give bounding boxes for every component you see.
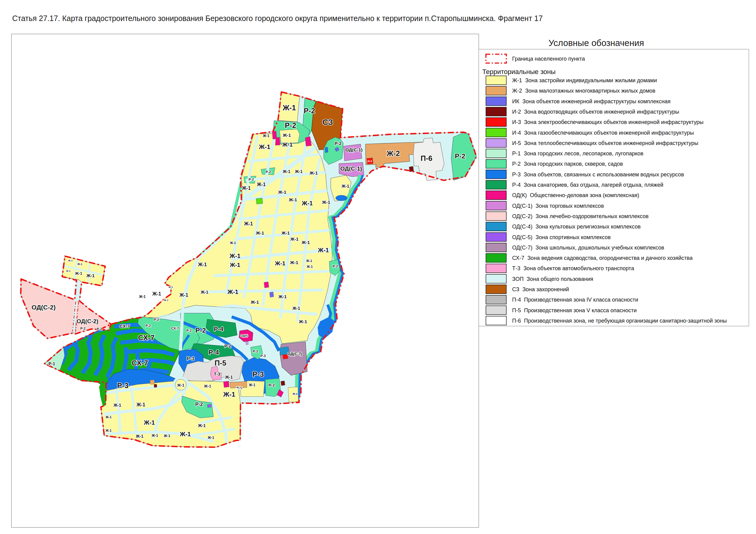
svg-text:ОД(К): ОД(К) — [240, 334, 248, 337]
svg-text:Ж-1: Ж-1 — [144, 419, 155, 426]
svg-text:Ж-1: Ж-1 — [198, 423, 205, 428]
svg-text:Ж-1: Ж-1 — [278, 294, 287, 299]
svg-text:Ж-1: Ж-1 — [66, 269, 71, 272]
svg-text:Р-3: Р-3 — [253, 370, 264, 378]
svg-text:Ж-1: Ж-1 — [306, 259, 312, 263]
svg-text:ОД(С-1): ОД(С-1) — [345, 147, 363, 152]
svg-text:Р-3: Р-3 — [187, 356, 195, 361]
svg-text:Ж-1: Ж-1 — [282, 141, 293, 148]
svg-text:Территориальные зоны: Территориальные зоны — [482, 68, 556, 76]
svg-text:И-5 Зона теплообеспечивающих: И-5 Зона теплообеспечивающих объектов ин… — [512, 140, 698, 146]
svg-text:Ж-1: Ж-1 — [256, 230, 264, 236]
svg-text:Ж-1: Ж-1 — [262, 134, 269, 138]
svg-text:Р-2: Р-2 — [335, 141, 341, 146]
svg-text:Ж-1: Ж-1 — [299, 319, 307, 324]
svg-text:И-2 Зона водоотводящих объект: И-2 Зона водоотводящих объектов инженерн… — [512, 109, 679, 115]
svg-text:Ж-1: Ж-1 — [68, 259, 73, 262]
svg-text:Ж-1: Ж-1 — [290, 260, 298, 265]
svg-text:И-4 Зона газообеспечивающих о: И-4 Зона газообеспечивающих объектов инж… — [512, 130, 694, 136]
svg-text:Р-3: Р-3 — [260, 354, 265, 358]
svg-text:Ж-1: Ж-1 — [179, 292, 188, 298]
svg-text:И-3 Зона электрообеспечивающи: И-3 Зона электрообеспечивающих объектов … — [512, 119, 704, 125]
svg-text:Ж-1: Ж-1 — [302, 200, 313, 207]
svg-text:Ж-1: Ж-1 — [86, 273, 95, 278]
svg-text:Ж-1: Ж-1 — [225, 375, 232, 380]
svg-text:Р-2: Р-2 — [333, 265, 338, 268]
svg-text:Условные обозначения: Условные обозначения — [549, 38, 644, 48]
svg-text:ОД(С-2): ОД(С-2) — [32, 304, 56, 311]
svg-text:Ж-1: Ж-1 — [292, 306, 300, 311]
svg-text:СХ-7: СХ-7 — [132, 359, 148, 367]
svg-text:ОД(С-7): ОД(С-7) — [287, 351, 302, 356]
svg-text:Р-2 Зона городских парков, ск: Р-2 Зона городских парков, скверов, садо… — [512, 161, 623, 167]
svg-text:Ж-1: Ж-1 — [229, 253, 240, 259]
svg-text:Ж-1: Ж-1 — [105, 429, 112, 432]
svg-text:Р-2: Р-2 — [146, 324, 150, 327]
svg-text:Ж-1: Ж-1 — [223, 391, 235, 398]
svg-text:Ж-1: Ж-1 — [283, 133, 291, 138]
svg-text:ОД(К) Общественно-деловая зон: ОД(К) Общественно-деловая зона (комплекс… — [512, 192, 639, 198]
svg-text:Ж-1: Ж-1 — [306, 265, 313, 268]
svg-text:Ж-1: Ж-1 — [207, 436, 214, 440]
svg-text:Ж-1: Ж-1 — [200, 290, 208, 294]
svg-text:ОД(С-4) Зона культовых религи: ОД(С-4) Зона культовых религиозных компл… — [512, 224, 640, 230]
svg-text:Ж-1: Ж-1 — [257, 182, 266, 187]
svg-text:Ж-1: Ж-1 — [113, 403, 121, 408]
svg-text:Р-4 Зона санаториев, баз отды: Р-4 Зона санаториев, баз отдыха, лагерей… — [512, 182, 663, 188]
svg-text:П-5: П-5 — [215, 359, 227, 367]
svg-text:ОД(С-7) Зона школьных, дошкол: ОД(С-7) Зона школьных, дошкольных учебны… — [512, 244, 664, 251]
svg-text:СХ-7: СХ-7 — [171, 327, 179, 330]
svg-text:Ж-1: Ж-1 — [77, 263, 82, 266]
svg-text:Р-2: Р-2 — [186, 329, 191, 332]
svg-text:Р-2: Р-2 — [269, 383, 275, 388]
svg-text:СХ-7: СХ-7 — [138, 334, 154, 342]
svg-text:Ж-1: Ж-1 — [203, 384, 211, 388]
svg-text:Ж-1: Ж-1 — [177, 383, 184, 388]
svg-text:Ж-1: Ж-1 — [139, 294, 146, 299]
svg-text:Ж-1: Ж-1 — [152, 291, 161, 296]
svg-text:Р-2: Р-2 — [195, 402, 203, 407]
svg-text:Р-2: Р-2 — [224, 343, 231, 348]
svg-text:Ж-1: Ж-1 — [164, 299, 169, 302]
svg-text:Ж-1: Ж-1 — [289, 197, 297, 202]
svg-text:П-6: П-6 — [421, 154, 433, 162]
svg-text:Ж-1: Ж-1 — [163, 434, 171, 438]
svg-text:Ж-1: Ж-1 — [249, 383, 256, 387]
svg-text:Р-2: Р-2 — [96, 327, 102, 331]
svg-text:Ж-1: Ж-1 — [236, 386, 241, 389]
svg-text:Р-2: Р-2 — [249, 178, 254, 181]
svg-text:Ж-2: Ж-2 — [386, 149, 400, 158]
svg-text:Ж-1: Ж-1 — [230, 241, 236, 244]
svg-text:ОД(С-5) Зона спортивных компл: ОД(С-5) Зона спортивных комплексов — [512, 234, 610, 240]
svg-text:Р-4: Р-4 — [214, 326, 224, 332]
svg-text:Ж-1: Ж-1 — [198, 262, 207, 267]
svg-text:П-4 Производственная зона IV: П-4 Производственная зона IV класса опас… — [512, 297, 638, 303]
svg-text:ЗОП Зона общего пользования: ЗОП Зона общего пользования — [512, 276, 593, 282]
svg-text:СЗ Зона захоронений: СЗ Зона захоронений — [512, 286, 569, 292]
svg-text:Ж-1: Ж-1 — [275, 260, 285, 267]
svg-text:Р-2: Р-2 — [455, 152, 465, 160]
svg-text:Р-2: Р-2 — [265, 170, 271, 174]
svg-text:Ж-1: Ж-1 — [282, 230, 290, 236]
svg-text:Ж-1: Ж-1 — [322, 199, 331, 205]
svg-text:Ж-1: Ж-1 — [278, 190, 286, 195]
svg-text:Ж-1: Ж-1 — [282, 104, 296, 112]
svg-text:СХ-7 Зона ведения садоводства: СХ-7 Зона ведения садоводства, огороднич… — [512, 255, 693, 261]
svg-text:Р-1 Зона городских лесов, лес: Р-1 Зона городских лесов, лесопарков, лу… — [512, 150, 643, 157]
svg-text:Ж-1: Ж-1 — [282, 169, 290, 174]
svg-text:Ж-1: Ж-1 — [179, 431, 191, 438]
svg-text:Статья 27.17. Карта градострои: Статья 27.17. Карта градостроительного з… — [12, 14, 543, 23]
svg-text:ОД(С-2) Зона лечебно-оздорови: ОД(С-2) Зона лечебно-оздоровительных ком… — [512, 213, 649, 219]
svg-text:Ж-1: Ж-1 — [244, 221, 253, 226]
svg-text:Ж-1: Ж-1 — [230, 262, 240, 268]
svg-text:Р-2: Р-2 — [195, 327, 206, 334]
svg-text:Р-2: Р-2 — [154, 318, 159, 321]
svg-text:Р-3 Зона объектов, связанных: Р-3 Зона объектов, связанных с использов… — [512, 171, 684, 178]
svg-text:Ж-2 Зона малоэтажных многоква: Ж-2 Зона малоэтажных многоквартирных жил… — [512, 88, 655, 94]
svg-text:Р-2: Р-2 — [80, 327, 85, 330]
svg-text:Ж-1: Ж-1 — [310, 170, 318, 175]
svg-text:Р-2: Р-2 — [304, 107, 315, 115]
svg-text:Ж-1: Ж-1 — [251, 299, 259, 305]
svg-text:Ж-1: Ж-1 — [135, 434, 143, 439]
svg-text:И-3: И-3 — [368, 160, 372, 163]
